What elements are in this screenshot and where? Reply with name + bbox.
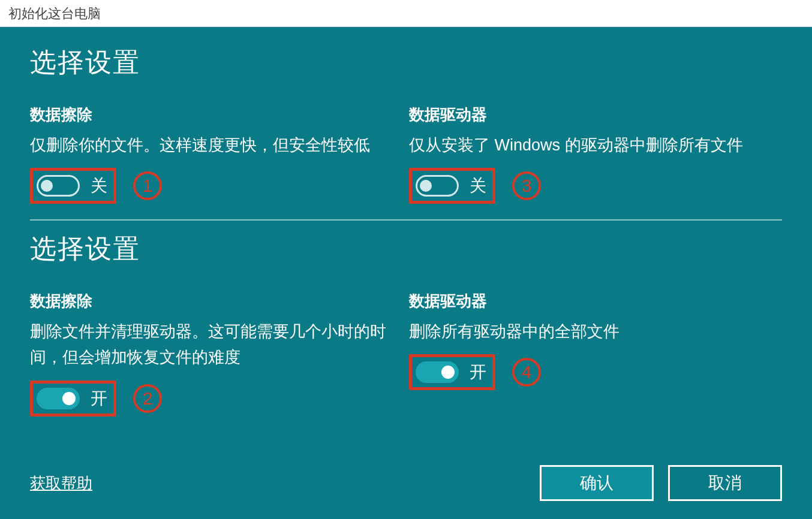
toggle-state-label: 开 [470,361,486,384]
option-title: 数据驱动器 [409,104,782,125]
annotation-marker: 1 [133,171,162,200]
toggle-knob [62,392,76,405]
option-description: 仅删除你的文件。这样速度更快，但安全性较低 [30,132,403,158]
confirm-button[interactable]: 确认 [540,465,654,501]
section-header: 选择设置 [30,45,782,80]
toggle-data-drive[interactable] [416,175,459,197]
dialog-surface: 选择设置 数据擦除 仅删除你的文件。这样速度更快，但安全性较低 关 1 数据驱动… [0,27,812,519]
toggle-knob [420,180,432,192]
option-description: 仅从安装了 Windows 的驱动器中删除所有文件 [409,132,782,158]
annotation-marker: 2 [133,384,162,413]
option-description: 删除文件并清理驱动器。这可能需要几个小时的时间，但会增加恢复文件的难度 [30,319,403,370]
toggle-data-erase[interactable] [37,388,80,409]
option-description: 删除所有驱动器中的全部文件 [409,319,782,345]
section-header: 选择设置 [30,231,782,267]
toggle-highlight-box: 开 [409,354,495,390]
section-divider [30,219,782,221]
option-data-erase: 数据擦除 删除文件并清理驱动器。这可能需要几个小时的时间，但会增加恢复文件的难度… [30,291,403,416]
toggle-state-label: 关 [470,174,486,197]
option-data-drive: 数据驱动器 仅从安装了 Windows 的驱动器中删除所有文件 关 3 [409,104,782,204]
cancel-button[interactable]: 取消 [668,465,782,501]
toggle-data-erase[interactable] [37,175,80,197]
toggle-state-label: 关 [91,174,107,197]
toggle-state-label: 开 [91,387,107,410]
toggle-highlight-box: 开 [30,381,116,417]
settings-section-1: 选择设置 数据擦除 仅删除你的文件。这样速度更快，但安全性较低 关 1 数据驱动… [30,45,782,204]
toggle-highlight-box: 关 [409,168,495,204]
option-data-drive: 数据驱动器 删除所有驱动器中的全部文件 开 4 [409,291,782,416]
settings-section-2: 选择设置 数据擦除 删除文件并清理驱动器。这可能需要几个小时的时间，但会增加恢复… [30,231,782,416]
dialog-footer: 获取帮助 确认 取消 [30,465,782,501]
help-link[interactable]: 获取帮助 [30,473,92,494]
toggle-highlight-box: 关 [30,168,116,204]
window-titlebar: 初始化这台电脑 [0,0,812,27]
toggle-data-drive[interactable] [416,361,459,383]
option-title: 数据擦除 [30,291,403,312]
toggle-knob [441,366,455,379]
option-title: 数据擦除 [30,104,403,125]
option-data-erase: 数据擦除 仅删除你的文件。这样速度更快，但安全性较低 关 1 [30,104,403,204]
annotation-marker: 3 [512,171,541,200]
annotation-marker: 4 [512,358,541,387]
toggle-knob [41,180,53,192]
option-title: 数据驱动器 [409,291,782,312]
window-title: 初始化这台电脑 [8,6,101,21]
